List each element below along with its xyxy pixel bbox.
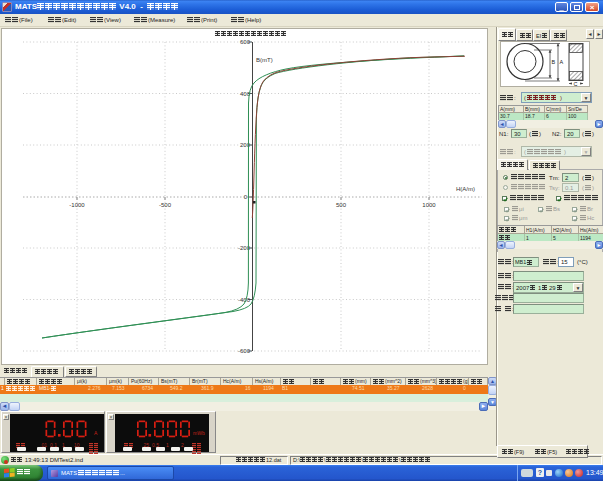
svg-text:200: 200 <box>240 142 251 148</box>
svg-text:C: C <box>574 81 578 86</box>
svg-text:1000: 1000 <box>422 202 436 208</box>
svg-text:-1000: -1000 <box>69 202 85 208</box>
svg-text:600: 600 <box>240 39 251 45</box>
svg-text:500: 500 <box>336 202 347 208</box>
svg-text:B(mT): B(mT) <box>256 57 273 63</box>
svg-text:H(A/m): H(A/m) <box>456 186 475 192</box>
svg-text:-400: -400 <box>238 297 251 303</box>
svg-text:-500: -500 <box>159 202 172 208</box>
svg-text:B: B <box>552 59 556 65</box>
svg-text:-600: -600 <box>238 348 251 354</box>
svg-text:A: A <box>560 59 564 65</box>
